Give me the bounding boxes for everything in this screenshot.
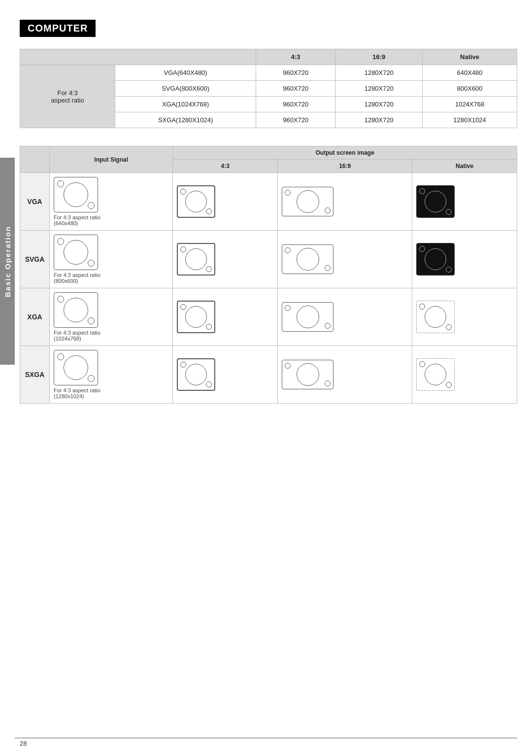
output-screen-header: Output screen image	[173, 146, 517, 160]
corner-circle-tl	[285, 190, 291, 196]
big-circle	[425, 306, 446, 328]
page-line	[15, 738, 517, 738]
signal-cell: For 4:3 aspect ratio (1280x1024)	[50, 346, 173, 404]
corner-circle-tl	[419, 361, 425, 367]
output-169-cell	[278, 231, 412, 288]
corner-circle-br	[88, 202, 95, 209]
corner-circle-br	[206, 208, 212, 214]
col-header-43: 4:3	[256, 49, 335, 65]
big-circle	[297, 190, 319, 213]
corner-circle-tl	[57, 296, 64, 303]
signal-cell: For 4:3 aspect ratio (1024x768)	[50, 288, 173, 346]
big-circle	[185, 306, 207, 328]
visual-col-input: Input Signal	[50, 146, 173, 173]
output-43-cell	[173, 346, 278, 404]
table-row: SXGA For 4:3 aspect ratio (1280x1024)	[20, 346, 517, 404]
corner-circle-tl	[180, 362, 186, 368]
corner-circle-br	[325, 207, 331, 213]
big-circle	[297, 363, 319, 386]
output-native-cell	[412, 231, 517, 288]
output-native-cell	[412, 173, 517, 231]
visual-col-43: 4:3	[173, 160, 278, 173]
big-circle	[297, 306, 319, 328]
corner-circle-tl	[285, 363, 291, 369]
corner-circle-br	[88, 317, 95, 324]
big-circle	[185, 191, 207, 212]
corner-circle-br	[206, 381, 212, 387]
corner-circle-tl	[57, 180, 64, 187]
corner-circle-tl	[419, 304, 425, 309]
corner-circle-tl	[180, 304, 186, 310]
main-content: COMPUTER 4:3 16:9 Native For 4:3 aspect …	[20, 20, 517, 756]
big-circle	[64, 355, 88, 380]
corner-circle-br	[88, 260, 95, 267]
output-43-cell	[173, 288, 278, 346]
page-number: 28	[20, 740, 27, 747]
corner-circle-br	[446, 382, 452, 388]
visual-col-native: Native	[412, 160, 517, 173]
corner-circle-br	[446, 209, 452, 215]
corner-circle-tl	[57, 238, 64, 245]
corner-circle-br	[325, 380, 331, 386]
big-circle	[185, 364, 207, 385]
corner-circle-br	[206, 324, 212, 330]
output-169-cell	[278, 346, 412, 404]
big-circle	[425, 364, 446, 385]
big-circle	[185, 248, 207, 270]
big-circle	[425, 191, 446, 212]
corner-circle-br	[206, 266, 212, 272]
col-header-169: 16:9	[335, 49, 423, 65]
side-tab: Basic Operation	[0, 158, 15, 365]
corner-circle-br	[88, 375, 95, 382]
output-169-cell	[278, 173, 412, 231]
corner-circle-tl	[285, 247, 291, 253]
table-row: VGA For 4:3 aspect ratio (640x480)	[20, 173, 517, 231]
corner-circle-br	[325, 265, 331, 271]
visual-table: Input Signal Output screen image 4:3 16:…	[20, 146, 517, 404]
signal-cell: For 4:3 aspect ratio (640x480)	[50, 173, 173, 231]
big-circle	[64, 182, 88, 207]
visual-col-169: 16:9	[278, 160, 412, 173]
corner-circle-tl	[419, 188, 425, 194]
output-43-cell	[173, 231, 278, 288]
corner-circle-tl	[57, 353, 64, 360]
output-native-cell	[412, 346, 517, 404]
corner-circle-tl	[180, 189, 186, 195]
data-table: 4:3 16:9 Native For 4:3 aspect ratioVGA(…	[20, 49, 517, 128]
corner-circle-br	[446, 267, 452, 273]
col-header-native: Native	[423, 49, 517, 65]
output-native-cell	[412, 288, 517, 346]
output-169-cell	[278, 288, 412, 346]
corner-circle-br	[325, 323, 331, 329]
page-heading: COMPUTER	[20, 20, 96, 37]
big-circle	[64, 240, 88, 265]
corner-circle-tl	[419, 246, 425, 252]
output-43-cell	[173, 173, 278, 231]
table-row: XGA For 4:3 aspect ratio (1024x768)	[20, 288, 517, 346]
corner-circle-tl	[285, 305, 291, 311]
table-row: SVGA For 4:3 aspect ratio (800x600)	[20, 231, 517, 288]
big-circle	[425, 248, 446, 270]
corner-circle-br	[446, 324, 452, 330]
page-wrapper: Basic Operation COMPUTER 4:3 16:9 Native…	[0, 0, 532, 756]
signal-cell: For 4:3 aspect ratio (800x600)	[50, 231, 173, 288]
big-circle	[64, 298, 88, 322]
corner-circle-tl	[180, 246, 186, 252]
big-circle	[297, 248, 319, 271]
